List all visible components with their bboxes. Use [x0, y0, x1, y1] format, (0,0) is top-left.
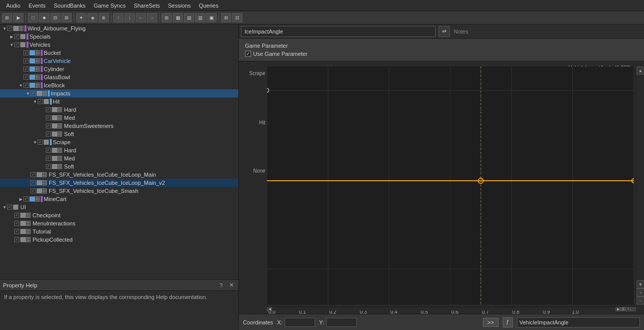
toolbar-btn-2[interactable]: ▶ [13, 13, 23, 22]
toolbar-btn-18[interactable]: ▣ [206, 13, 217, 22]
tree-item-hit-hard[interactable]: ✓ Hard [0, 106, 238, 114]
tree-item-wind[interactable]: ▼ ✓ Wind_Airbourne_Flying [0, 24, 238, 32]
icon-btn-swap[interactable]: ⇄ [439, 26, 450, 37]
scroll-right-btn[interactable]: ▶ [616, 307, 621, 311]
toolbar-btn-4[interactable]: ■ [39, 13, 49, 22]
apply-btn[interactable]: >> [483, 318, 499, 327]
scroll-track [636, 75, 644, 280]
toolbar-btn-13[interactable]: → [147, 13, 157, 22]
scroll-down-btn[interactable]: ▼ [636, 280, 644, 288]
game-param-section: Game Parameter ✓ Use Game Parameter [239, 39, 644, 61]
toolbar-btn-5[interactable]: ⊟ [50, 13, 60, 22]
x-coord-input[interactable] [285, 318, 315, 327]
grid-icon [25, 229, 30, 234]
tree-item-iceloop-main[interactable]: ✓ FS_SFX_Vehicles_IceCube_IceLoop_Main [0, 171, 238, 179]
tree-item-specials[interactable]: ▶ ✓ Specials [0, 32, 238, 41]
y-coord-input[interactable] [326, 318, 357, 327]
toolbar-btn-8[interactable]: ◈ [87, 13, 98, 22]
type-icon [37, 172, 42, 177]
toolbar-btn-1[interactable]: ⊞ [2, 13, 12, 22]
tree-item-glassbowl[interactable]: ✓ GlassBowl [0, 73, 238, 81]
notes-label: Notes [451, 28, 645, 35]
toolbar-btn-11[interactable]: ↓ [125, 13, 135, 22]
tab-name-input[interactable] [241, 26, 436, 37]
use-game-param-checkbox[interactable]: ✓ [245, 51, 251, 57]
menu-soundbanks[interactable]: SoundBanks [50, 2, 89, 10]
tree-item-scrape[interactable]: ▼ ✓ Scrape [0, 138, 238, 146]
tree-area[interactable]: ▼ ✓ Wind_Airbourne_Flying ▶ ✓ Specials [0, 24, 238, 279]
y-label-hit: Hit [244, 120, 265, 125]
tree-item-impacts[interactable]: ▼ ✓ Impacts [0, 89, 238, 97]
x-coord-field: X: [277, 318, 315, 327]
tree-item-scrape-soft[interactable]: ✓ Soft [0, 162, 238, 171]
fit-btn[interactable]: ⊞ [621, 307, 626, 311]
toolbar-btn-17[interactable]: ▥ [195, 13, 205, 22]
color-bar [41, 196, 43, 202]
h-scrollbar[interactable]: ◀ ▶ ⊞ + − [267, 307, 636, 311]
zoom-out-btn[interactable]: − [636, 296, 644, 305]
toolbar-btn-12[interactable]: ← [136, 13, 146, 22]
color-bar [26, 34, 28, 40]
tree-item-iceblock[interactable]: ▼ ✓ IceBlock [0, 81, 238, 89]
tree-item-tutorial[interactable]: ✓ Tutorial [0, 227, 238, 236]
tree-label: Med [64, 115, 75, 121]
tree-item-iceloop-main-v2[interactable]: ✓ FS_SFX_Vehicles_IceCube_IceLoop_Main_v… [0, 179, 238, 187]
menu-audio[interactable]: Audio [2, 2, 24, 10]
tree-item-menuinteractions[interactable]: ✓ MenuInteractions [0, 219, 238, 227]
tree-item-bucket[interactable]: ✓ Bucket [0, 49, 238, 57]
check-icon: ✓ [30, 180, 36, 185]
help-icon[interactable]: ? [217, 281, 225, 289]
toolbar-btn-19[interactable]: ⊞ [221, 13, 231, 22]
tree-item-hit-soft[interactable]: ✓ Soft [0, 130, 238, 138]
toolbar-btn-9[interactable]: ⊕ [99, 13, 109, 22]
tree-item-carvehicle[interactable]: ✓ CarVehicle [0, 57, 238, 65]
toolbar-btn-15[interactable]: ▦ [173, 13, 183, 22]
graph-container: IceImpactAngle VehicleImpactAngle (1.000… [239, 61, 644, 330]
menu-sharesets[interactable]: ShareSets [130, 2, 164, 10]
menu-gamesyncs[interactable]: Game Syncs [89, 2, 130, 10]
param-field[interactable]: VehicleImpactAngle [517, 317, 640, 327]
graph-svg[interactable] [267, 67, 634, 305]
tree-item-pickupcollected[interactable]: ✓ PickupCollected [0, 236, 238, 244]
tree-item-vehicles[interactable]: ▼ ✓ Vehicles [0, 41, 238, 49]
use-game-param[interactable]: ✓ Use Game Parameter [245, 51, 638, 57]
scroll-left-btn[interactable]: ◀ [267, 307, 272, 311]
minus-btn[interactable]: − [631, 307, 636, 311]
toolbar-sep-5 [219, 14, 219, 22]
toolbar-btn-14[interactable]: ⊞ [162, 13, 172, 22]
expander [25, 172, 30, 177]
tree-item-mediumsweeteners[interactable]: ✓ MediumSweeteners [0, 122, 238, 130]
menu-sessions[interactable]: Sessions [164, 2, 195, 10]
tree-item-hit[interactable]: ▼ ✓ Hit [0, 97, 238, 106]
toolbar-btn-16[interactable]: ▤ [184, 13, 194, 22]
tree-item-hit-med[interactable]: ✓ Med [0, 114, 238, 122]
tree-label: UI [20, 204, 26, 210]
toolbar-btn-10[interactable]: ↑ [113, 13, 124, 22]
type-icon [44, 99, 49, 104]
zoom-in-btn[interactable]: + [636, 288, 644, 296]
menu-events[interactable]: Events [24, 2, 50, 10]
menu-queries[interactable]: Queries [195, 2, 223, 10]
close-icon[interactable]: ✕ [227, 281, 235, 289]
tree-item-scrape-med[interactable]: ✓ Med [0, 154, 238, 162]
scroll-up-btn[interactable]: ▲ [636, 67, 644, 75]
type-icon [44, 140, 49, 145]
toolbar-btn-6[interactable]: ⊞ [62, 13, 72, 22]
tree-item-ui[interactable]: ▼ ✓ UI [0, 203, 238, 211]
plus-btn[interactable]: + [626, 307, 631, 311]
toolbar-btn-3[interactable]: □ [28, 13, 38, 22]
tree-item-cylinder[interactable]: ✓ Cylinder [0, 65, 238, 73]
tree-item-icecube-smash[interactable]: ✓ FS_SFX_Vehicles_IceCube_Smash [0, 187, 238, 195]
grid-icon [25, 237, 30, 242]
toolbar-btn-7[interactable]: ✦ [76, 13, 86, 22]
expander [18, 67, 23, 72]
tree-item-checkpoint[interactable]: ✓ Checkpoint [0, 211, 238, 219]
grid-icon [35, 196, 40, 202]
grid-icon [57, 123, 62, 128]
tree-item-scrape-hard[interactable]: ✓ Hard [0, 146, 238, 154]
tree-item-minecart[interactable]: ▶ ✓ MineCart [0, 195, 238, 203]
check-icon: ✓ [23, 83, 28, 88]
right-scrollbar: ▲ ▼ + − [636, 67, 644, 305]
toolbar-btn-20[interactable]: ⊟ [232, 13, 242, 22]
func-icon[interactable]: ƒ [503, 317, 513, 327]
